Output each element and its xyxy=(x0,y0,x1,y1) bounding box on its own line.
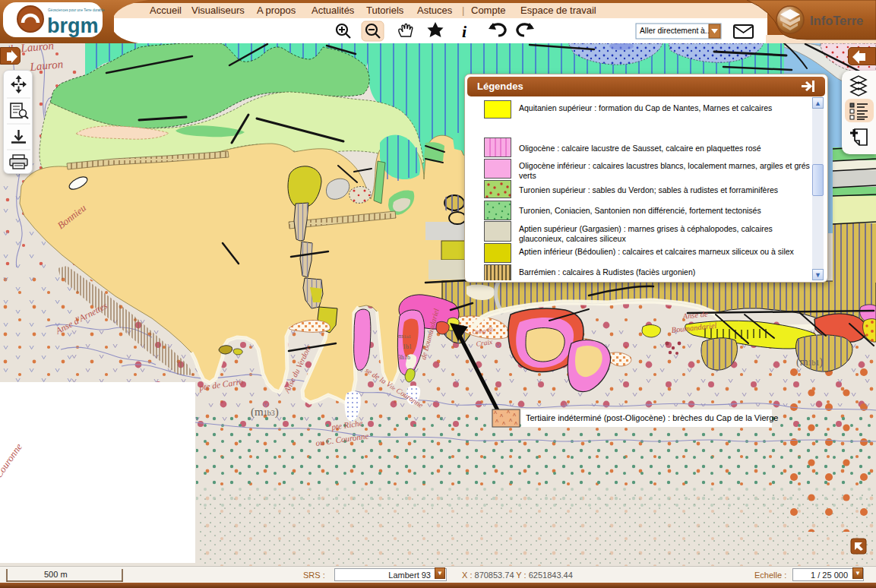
svg-text:Tertiaire indéterminé (post-Ol: Tertiaire indéterminé (post-Oligocène) :… xyxy=(526,413,778,422)
svg-text:Géosciences pour une Terre dur: Géosciences pour une Terre durable xyxy=(48,8,105,12)
svg-text:1b1: 1b1 xyxy=(403,343,412,350)
svg-text:brgm: brgm xyxy=(47,14,99,37)
svg-text:Λ: Λ xyxy=(495,419,498,423)
svg-text:Λ: Λ xyxy=(502,421,505,425)
svg-text:3h1b: 3h1b xyxy=(398,354,410,361)
svg-text:Λ: Λ xyxy=(513,413,516,417)
svg-text:Λ: Λ xyxy=(500,413,503,418)
svg-text:Λ: Λ xyxy=(509,418,512,422)
svg-text:m1a1: m1a1 xyxy=(398,332,412,340)
svg-text:i: i xyxy=(462,22,467,41)
svg-text:Λ: Λ xyxy=(507,409,510,414)
svg-text:(m1b1): (m1b1) xyxy=(796,356,824,368)
svg-text:Λ: Λ xyxy=(494,410,497,415)
svg-text:500 m: 500 m xyxy=(44,570,68,579)
svg-text:Λ: Λ xyxy=(514,421,517,425)
